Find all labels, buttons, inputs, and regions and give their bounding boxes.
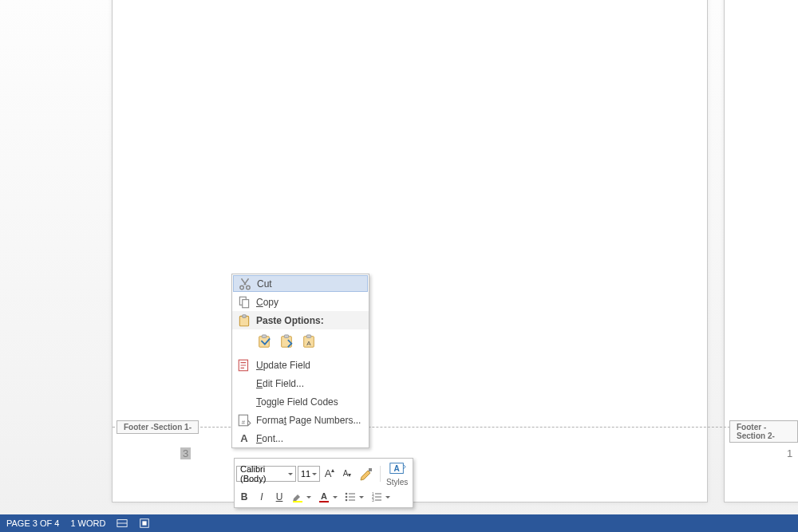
status-bar: PAGE 3 OF 4 1 WORD xyxy=(0,514,798,532)
styles-button[interactable]: A Styles xyxy=(383,460,411,487)
svg-point-0 xyxy=(240,286,244,290)
menu-item-paste-options: Paste Options: xyxy=(232,311,369,329)
svg-rect-21 xyxy=(319,501,329,502)
update-field-icon xyxy=(237,358,251,372)
svg-rect-16 xyxy=(369,468,372,471)
context-menu: Cut Copy Paste Options: A Update Field E… xyxy=(231,274,369,448)
menu-item-update-field[interactable]: Update Field xyxy=(232,356,369,374)
font-color-button[interactable]: A xyxy=(315,488,340,506)
menu-item-format-page-numbers-label: Format Page Numbers... xyxy=(251,415,362,426)
menu-item-toggle-field-codes[interactable]: Toggle Field Codes xyxy=(232,392,369,411)
menu-item-font-label: Font... xyxy=(251,433,362,444)
menu-item-copy-label: Copy xyxy=(251,297,362,308)
styles-button-label: Styles xyxy=(386,478,408,487)
svg-point-23 xyxy=(346,496,348,499)
footer-page-number-left[interactable]: 3 xyxy=(180,447,191,459)
bullets-button[interactable] xyxy=(342,488,366,506)
svg-rect-9 xyxy=(284,335,288,338)
svg-rect-30 xyxy=(143,521,147,525)
cut-icon xyxy=(238,277,252,291)
increase-font-size-button[interactable]: A▴ xyxy=(322,465,338,483)
svg-rect-3 xyxy=(243,299,249,307)
status-word-count[interactable]: 1 WORD xyxy=(70,518,105,528)
status-macro-icon[interactable] xyxy=(139,518,150,529)
mini-toolbar: Calibri (Body) 11 A▴ A▾ A Styles B I U A xyxy=(234,458,413,508)
font-name-select[interactable]: Calibri (Body) xyxy=(236,466,296,482)
menu-item-cut-label: Cut xyxy=(252,278,361,290)
menu-item-cut[interactable]: Cut xyxy=(233,275,368,292)
paste-merge-formatting[interactable] xyxy=(277,332,296,351)
menu-item-paste-options-label: Paste Options: xyxy=(251,315,362,326)
svg-point-1 xyxy=(247,286,251,290)
separator xyxy=(380,466,381,482)
footer-section-tab-2[interactable]: Footer -Section 2- xyxy=(729,420,798,443)
svg-text:A: A xyxy=(306,340,311,347)
bold-button[interactable]: B xyxy=(236,488,252,506)
svg-rect-7 xyxy=(262,335,266,338)
footer-page-number-right: 1 xyxy=(787,447,792,459)
status-page-indicator[interactable]: PAGE 3 OF 4 xyxy=(6,518,59,528)
menu-item-font[interactable]: A Font... xyxy=(232,429,369,447)
svg-rect-11 xyxy=(306,335,310,338)
italic-button[interactable]: I xyxy=(254,488,270,506)
svg-point-24 xyxy=(346,499,348,502)
paste-keep-source-formatting[interactable] xyxy=(255,332,274,351)
menu-item-format-page-numbers[interactable]: # Format Page Numbers... xyxy=(232,411,369,429)
menu-item-edit-field-label: Edit Field... xyxy=(251,378,362,389)
mini-toolbar-row-1: Calibri (Body) 11 A▴ A▾ A Styles xyxy=(236,460,411,487)
svg-rect-5 xyxy=(243,314,247,317)
menu-item-toggle-field-codes-label: Toggle Field Codes xyxy=(251,396,362,408)
menu-item-update-field-label: Update Field xyxy=(251,360,362,371)
page-number-icon: # xyxy=(237,413,251,428)
font-size-select[interactable]: 11 xyxy=(298,466,320,482)
underline-button[interactable]: U xyxy=(271,488,287,506)
font-icon: A xyxy=(237,432,251,444)
svg-text:#: # xyxy=(242,418,246,425)
mini-toolbar-row-2: B I U A 123 xyxy=(236,488,411,506)
svg-rect-19 xyxy=(293,501,302,502)
footer-boundary-line xyxy=(113,427,798,428)
svg-text:3: 3 xyxy=(372,498,374,502)
format-painter-button[interactable] xyxy=(357,465,377,483)
numbering-button[interactable]: 123 xyxy=(368,488,393,506)
menu-item-edit-field[interactable]: Edit Field... xyxy=(232,374,369,392)
text-highlight-color-button[interactable] xyxy=(289,488,314,506)
paste-keep-text-only[interactable]: A xyxy=(299,332,318,351)
paste-options-row: A xyxy=(232,329,369,356)
decrease-font-size-button[interactable]: A▾ xyxy=(339,465,355,483)
copy-icon xyxy=(237,295,251,309)
menu-item-copy[interactable]: Copy xyxy=(232,293,369,311)
footer-section-tab-1[interactable]: Footer -Section 1- xyxy=(117,420,199,434)
svg-text:A: A xyxy=(393,464,400,473)
svg-text:A: A xyxy=(321,491,327,501)
paste-icon xyxy=(237,313,251,328)
status-spelling-icon[interactable] xyxy=(117,518,128,529)
svg-point-22 xyxy=(346,493,348,495)
